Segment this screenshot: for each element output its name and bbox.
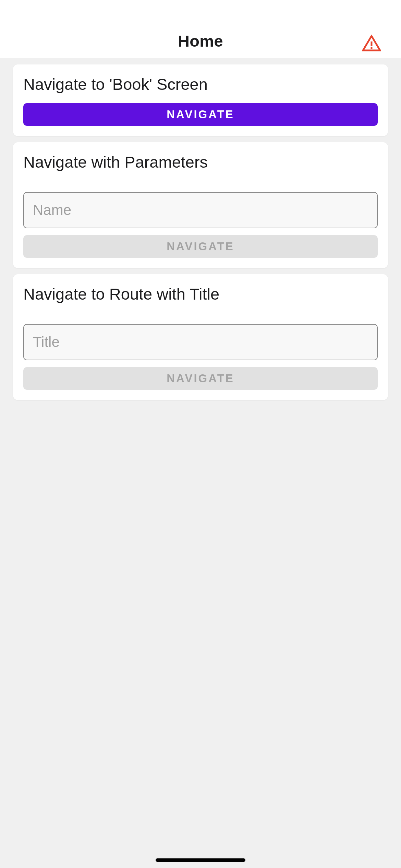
card-title: Navigate with Parameters: [23, 153, 378, 171]
content-area: Navigate to 'Book' Screen NAVIGATE Navig…: [0, 58, 401, 868]
home-indicator[interactable]: [156, 858, 245, 862]
button-label: NAVIGATE: [167, 108, 234, 121]
warning-triangle-icon: [362, 35, 381, 52]
name-input[interactable]: [23, 192, 378, 228]
button-label: NAVIGATE: [167, 372, 234, 385]
navigation-bar: Home: [0, 0, 401, 58]
card-navigate-route-title: Navigate to Route with Title NAVIGATE: [13, 274, 388, 400]
title-input[interactable]: [23, 324, 378, 360]
card-title: Navigate to 'Book' Screen: [23, 75, 378, 94]
nav-right-item[interactable]: [362, 35, 381, 52]
navigate-book-button[interactable]: NAVIGATE: [23, 103, 378, 126]
card-navigate-book: Navigate to 'Book' Screen NAVIGATE: [13, 64, 388, 136]
card-title: Navigate to Route with Title: [23, 285, 378, 303]
screen: Home Navigate to 'Book' Screen NAVIGATE …: [0, 0, 401, 868]
page-title: Home: [178, 32, 223, 50]
navigate-params-button[interactable]: NAVIGATE: [23, 235, 378, 258]
svg-rect-0: [371, 41, 373, 46]
card-navigate-params: Navigate with Parameters NAVIGATE: [13, 142, 388, 268]
button-label: NAVIGATE: [167, 240, 234, 253]
svg-rect-1: [371, 47, 373, 49]
navigate-route-title-button[interactable]: NAVIGATE: [23, 367, 378, 390]
